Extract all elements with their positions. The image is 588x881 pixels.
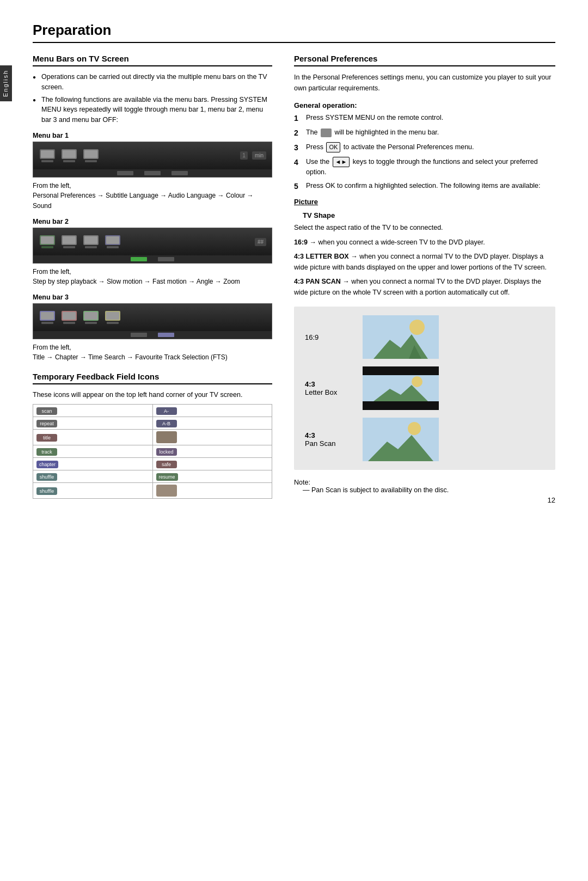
mb2-bottom-item1 — [131, 257, 147, 261]
step-4: 4 Use the ◄► keys to toggle through the … — [294, 157, 555, 178]
tv-label-43ps: 4:3 Pan Scan — [305, 431, 354, 448]
general-operation-title: General operation: — [294, 101, 555, 109]
step-num-5: 5 — [294, 181, 303, 192]
fb-cell-safe: safe — [152, 458, 272, 470]
table-row: shuffle — [33, 483, 272, 499]
language-tab: English — [0, 65, 12, 101]
step-1: 1 Press SYSTEM MENU on the remote contro… — [294, 113, 555, 124]
menubar3-description: Title → Chapter → Time Search → Favourit… — [33, 352, 272, 363]
step-2: 2 The will be highlighted in the menu ba… — [294, 127, 555, 139]
page-number: 12 — [548, 496, 555, 504]
fb-icon-locked: locked — [156, 448, 177, 456]
fb-cell-repeat: repeat — [33, 417, 153, 430]
step-num-2: 2 — [294, 127, 303, 139]
step-num-1: 1 — [294, 113, 303, 124]
key-ok: OK — [326, 142, 340, 152]
bullet-item-2: The following functions are available vi… — [33, 95, 272, 125]
table-row: title — [33, 430, 272, 445]
fb-icon-a: A- — [156, 407, 177, 415]
personal-prefs-title: Personal Preferences — [294, 54, 555, 66]
menu-icon-inline — [321, 129, 332, 137]
fb-cell-ab: A-B — [152, 417, 272, 430]
fb-icon-shuffle2: shuffle — [36, 487, 57, 495]
step-3: 3 Press OK to activate the Personal Pref… — [294, 142, 555, 154]
mb3-icon3 — [82, 311, 100, 324]
menubar2-label: Menu bar 2 — [33, 218, 272, 225]
tv-label-43lb: 4:3 Letter Box — [305, 380, 354, 396]
fb-cell-scan: scan — [33, 405, 153, 417]
svg-point-5 — [412, 376, 422, 387]
mb2-icon1 — [39, 235, 56, 248]
tv-scene-43ps-svg — [363, 418, 439, 461]
mb1-bottom-item2 — [144, 171, 161, 175]
fb-cell-shuffle1: shuffle — [33, 470, 153, 483]
tv-letterbox-label: Letter Box — [305, 388, 337, 396]
mb2-bottom-item2 — [158, 257, 174, 261]
lb-content-area — [363, 375, 439, 401]
feedback-description: These icons will appear on the top left … — [33, 390, 272, 400]
menubar1-description: Personal Preferences → Subtitle Language… — [33, 191, 272, 211]
fb-icon-chapter: chapter — [36, 461, 58, 468]
mb1-icon1 — [39, 149, 56, 162]
mb3-bottom-item2 — [158, 333, 174, 337]
fb-icon-title: title — [36, 434, 57, 442]
menubar2-description: Step by step playback → Slow motion → Fa… — [33, 277, 272, 287]
fb-cell-resume: resume — [152, 470, 272, 483]
tv-row-43ps: 4:3 Pan Scan — [305, 418, 544, 461]
picture-title: Picture — [294, 198, 555, 206]
step-text-5: Press OK to confirm a highlighted select… — [306, 181, 541, 192]
fb-icon-repeat: repeat — [36, 420, 57, 427]
mb1-icon2 — [60, 149, 78, 162]
bullet-item-1: Operations can be carried out directly v… — [33, 72, 272, 93]
fb-cell-a: A- — [152, 405, 272, 417]
step-text-4: Use the ◄► keys to toggle through the fu… — [306, 157, 555, 178]
fb-icon-img2 — [156, 485, 177, 497]
table-row: chapter safe — [33, 458, 272, 470]
menubar3-image — [33, 303, 272, 339]
page-title: Preparation — [33, 22, 555, 43]
step-text-1: Press SYSTEM MENU on the remote control. — [306, 113, 443, 124]
fb-icon-resume: resume — [156, 473, 178, 481]
tv-shape-description: Select the aspect ratio of the TV to be … — [294, 223, 555, 233]
menubar2-from-left: From the left, — [33, 268, 272, 276]
tv-label-169: 16:9 — [305, 333, 354, 341]
tv-thumb-169 — [363, 315, 439, 359]
tv-shape-subtitle: TV Shape — [303, 211, 555, 219]
tv-row-43lb: 4:3 Letter Box — [305, 366, 544, 410]
tv-panscan-label: Pan Scan — [305, 439, 335, 448]
mb3-bottom-item1 — [131, 333, 147, 337]
mb2-icon2 — [60, 235, 78, 248]
left-column: Menu Bars on TV Screen Operations can be… — [33, 54, 272, 499]
note-section: Note: — Pan Scan is subject to availabil… — [294, 479, 555, 494]
menubar1-image: 1 min — [33, 142, 272, 178]
right-column: Personal Preferences In the Personal Pre… — [294, 54, 555, 499]
tv-ratio-43ps: 4:3 — [305, 431, 354, 439]
tv-row-169: 16:9 — [305, 315, 544, 359]
two-column-layout: Menu Bars on TV Screen Operations can be… — [33, 54, 555, 499]
mb1-bottom-item3 — [171, 171, 188, 175]
menubar1-from-left: From the left, — [33, 182, 272, 189]
fb-cell-chapter: chapter — [33, 458, 153, 470]
mb2-icon4 — [104, 235, 121, 248]
tv-ratio-169: 16:9 — [305, 333, 318, 341]
tv-43ps-detail: 4:3 PAN SCAN → when you connect a normal… — [294, 276, 555, 298]
table-row: scan A- — [33, 405, 272, 417]
tv-169-detail: 16:9 → when you connect a wide-screen TV… — [294, 237, 555, 248]
fb-icon-ab: A-B — [156, 420, 177, 427]
fb-cell-empty1 — [152, 430, 272, 445]
mb2-icon3 — [82, 235, 100, 248]
mb1-bottom-item1 — [117, 171, 133, 175]
mb1-icon3 — [82, 149, 100, 162]
tv-43lb-detail: 4:3 LETTER BOX → when you connect a norm… — [294, 251, 555, 273]
fb-icon-track: track — [36, 448, 57, 456]
menubar2-image: ## — [33, 228, 272, 264]
tv-scene-43lb-svg — [363, 375, 439, 401]
note-item-1: — Pan Scan is subject to availability on… — [303, 486, 555, 494]
fb-cell-empty2 — [152, 483, 272, 499]
mb2-right-indicator: ## — [255, 238, 266, 246]
menubar1-label: Menu bar 1 — [33, 132, 272, 139]
lb-bottom-bar — [363, 401, 439, 410]
tv-images-box: 16:9 4:3 Letter Bo — [294, 307, 555, 470]
step-5: 5 Press OK to confirm a highlighted sele… — [294, 181, 555, 192]
key-arrows: ◄► — [333, 157, 350, 167]
